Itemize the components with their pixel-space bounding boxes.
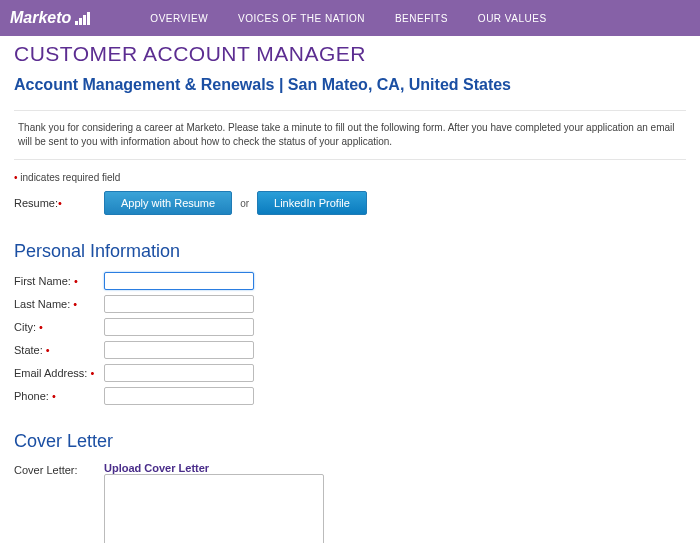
nav-values[interactable]: OUR VALUES <box>478 13 547 24</box>
email-label: Email Address: • <box>14 367 104 379</box>
last-name-input[interactable] <box>104 295 254 313</box>
page-subtitle: Account Management & Renewals | San Mate… <box>14 76 686 94</box>
phone-input[interactable] <box>104 387 254 405</box>
asterisk-icon: • <box>14 172 18 183</box>
cover-letter-textarea[interactable] <box>104 474 324 543</box>
bars-icon <box>75 12 90 25</box>
intro-text: Thank you for considering a career at Ma… <box>14 110 686 160</box>
upload-cover-letter-link[interactable]: Upload Cover Letter <box>104 462 324 474</box>
city-label: City: • <box>14 321 104 333</box>
last-name-label: Last Name: • <box>14 298 104 310</box>
nav-overview[interactable]: OVERVIEW <box>150 13 208 24</box>
first-name-label: First Name: • <box>14 275 104 287</box>
resume-row: Resume:• Apply with Resume or LinkedIn P… <box>14 191 686 215</box>
city-input[interactable] <box>104 318 254 336</box>
nav-benefits[interactable]: BENEFITS <box>395 13 448 24</box>
apply-resume-button[interactable]: Apply with Resume <box>104 191 232 215</box>
main-content: CUSTOMER ACCOUNT MANAGER Account Managem… <box>0 36 700 543</box>
cover-letter-heading: Cover Letter <box>14 431 686 452</box>
top-nav: Marketo OVERVIEW VOICES OF THE NATION BE… <box>0 0 700 36</box>
brand-text: Marketo <box>10 9 71 27</box>
resume-label: Resume:• <box>14 197 104 209</box>
or-text: or <box>240 198 249 209</box>
nav-voices[interactable]: VOICES OF THE NATION <box>238 13 365 24</box>
state-label: State: • <box>14 344 104 356</box>
required-note: • indicates required field <box>14 172 686 183</box>
email-input[interactable] <box>104 364 254 382</box>
linkedin-profile-button[interactable]: LinkedIn Profile <box>257 191 367 215</box>
brand-logo: Marketo <box>10 9 90 27</box>
nav-links: OVERVIEW VOICES OF THE NATION BENEFITS O… <box>150 13 546 24</box>
page-title: CUSTOMER ACCOUNT MANAGER <box>14 42 686 66</box>
state-input[interactable] <box>104 341 254 359</box>
personal-info-heading: Personal Information <box>14 241 686 262</box>
first-name-input[interactable] <box>104 272 254 290</box>
cover-letter-label: Cover Letter: <box>14 462 104 476</box>
cover-letter-row: Cover Letter: Upload Cover Letter <box>14 462 686 543</box>
phone-label: Phone: • <box>14 390 104 402</box>
